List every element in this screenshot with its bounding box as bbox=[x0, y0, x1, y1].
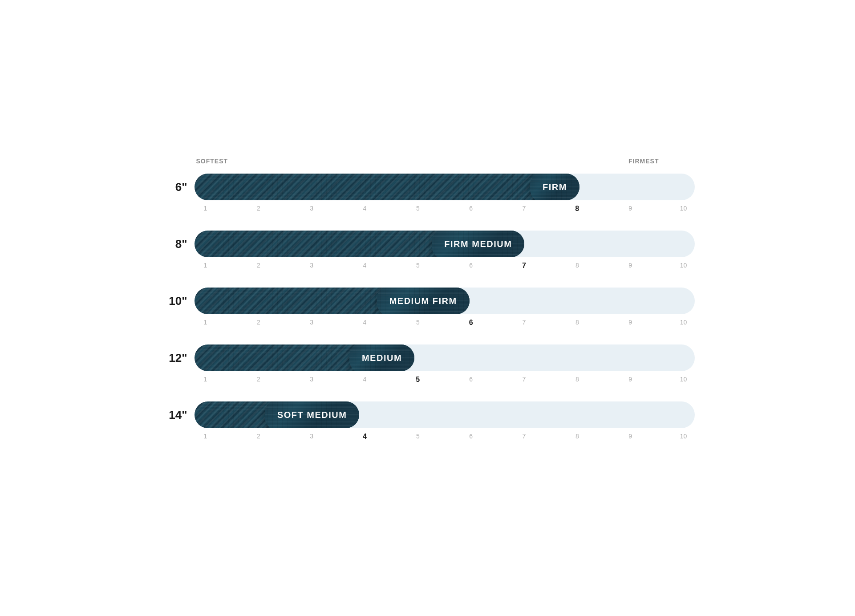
scale-row: 12345678910 bbox=[161, 433, 695, 441]
chart-container: SOFTEST FIRMEST 6"FIRM123456789108"FIRM … bbox=[161, 158, 695, 458]
bar-fill: MEDIUM bbox=[195, 344, 415, 371]
scale-num-4: 4 bbox=[358, 376, 371, 384]
scale-num-3: 3 bbox=[305, 262, 318, 270]
scale-num-6: 6 bbox=[464, 376, 478, 384]
bar-track: SOFT MEDIUM bbox=[195, 401, 695, 428]
scale-num-3: 3 bbox=[305, 376, 318, 384]
bar-fill: MEDIUM FIRM bbox=[195, 288, 470, 314]
scale-num-8: 8 bbox=[571, 376, 584, 384]
mattress-row-12in: 12"MEDIUM12345678910 bbox=[161, 344, 695, 384]
scale-num-9: 9 bbox=[624, 319, 637, 327]
bar-fill: FIRM MEDIUM bbox=[195, 231, 525, 257]
firmness-pill-text: SOFT MEDIUM bbox=[277, 410, 347, 420]
bar-row: 10"MEDIUM FIRM bbox=[161, 288, 695, 314]
bar-row: 14"SOFT MEDIUM bbox=[161, 401, 695, 428]
scale-num-1: 1 bbox=[199, 376, 212, 384]
bar-fill: FIRM bbox=[195, 174, 579, 200]
scale-num-6: 6 bbox=[464, 262, 478, 270]
firmness-pill-text: MEDIUM bbox=[362, 353, 402, 363]
scale-num-4: 4 bbox=[358, 205, 371, 213]
scale-row: 12345678910 bbox=[161, 205, 695, 213]
bar-track: FIRM MEDIUM bbox=[195, 231, 695, 257]
size-label: 12" bbox=[161, 351, 187, 365]
scale-num-10: 10 bbox=[677, 262, 690, 270]
scale-num-5: 5 bbox=[411, 376, 425, 384]
scale-numbers: 12345678910 bbox=[195, 433, 695, 441]
scale-num-5: 5 bbox=[411, 433, 425, 441]
scale-num-8: 8 bbox=[571, 319, 584, 327]
scale-num-7: 7 bbox=[517, 376, 531, 384]
scale-num-5: 5 bbox=[411, 262, 425, 270]
scale-num-2: 2 bbox=[252, 262, 265, 270]
firmness-pill: FIRM bbox=[530, 174, 579, 200]
scale-num-9: 9 bbox=[624, 433, 637, 441]
scale-num-10: 10 bbox=[677, 376, 690, 384]
firmness-pill: MEDIUM bbox=[349, 344, 414, 371]
size-label: 6" bbox=[161, 180, 187, 194]
scale-numbers: 12345678910 bbox=[195, 262, 695, 270]
scale-num-5: 5 bbox=[411, 205, 425, 213]
size-label: 14" bbox=[161, 408, 187, 422]
scale-num-7: 7 bbox=[517, 319, 531, 327]
bar-track: FIRM bbox=[195, 174, 695, 200]
mattress-rows: 6"FIRM123456789108"FIRM MEDIUM1234567891… bbox=[161, 174, 695, 441]
scale-row: 12345678910 bbox=[161, 319, 695, 327]
scale-numbers: 12345678910 bbox=[195, 376, 695, 384]
firmest-label: FIRMEST bbox=[628, 158, 659, 165]
bar-track: MEDIUM bbox=[195, 344, 695, 371]
mattress-row-14in: 14"SOFT MEDIUM12345678910 bbox=[161, 401, 695, 441]
bar-track: MEDIUM FIRM bbox=[195, 288, 695, 314]
mattress-row-6in: 6"FIRM12345678910 bbox=[161, 174, 695, 213]
scale-num-6: 6 bbox=[464, 319, 478, 327]
scale-numbers: 12345678910 bbox=[195, 205, 695, 213]
scale-num-8: 8 bbox=[571, 433, 584, 441]
scale-num-9: 9 bbox=[624, 376, 637, 384]
firmness-pill: FIRM MEDIUM bbox=[432, 231, 524, 257]
scale-num-1: 1 bbox=[199, 319, 212, 327]
scale-num-4: 4 bbox=[358, 433, 371, 441]
scale-num-1: 1 bbox=[199, 433, 212, 441]
scale-numbers: 12345678910 bbox=[195, 319, 695, 327]
header-row: SOFTEST FIRMEST bbox=[161, 158, 695, 165]
firmness-pill-text: FIRM MEDIUM bbox=[444, 239, 512, 249]
scale-num-9: 9 bbox=[624, 262, 637, 270]
scale-num-7: 7 bbox=[517, 433, 531, 441]
mattress-row-8in: 8"FIRM MEDIUM12345678910 bbox=[161, 231, 695, 270]
mattress-row-10in: 10"MEDIUM FIRM12345678910 bbox=[161, 288, 695, 327]
scale-num-5: 5 bbox=[411, 319, 425, 327]
scale-num-6: 6 bbox=[464, 433, 478, 441]
scale-num-6: 6 bbox=[464, 205, 478, 213]
scale-num-1: 1 bbox=[199, 262, 212, 270]
scale-num-7: 7 bbox=[517, 205, 531, 213]
size-label: 8" bbox=[161, 237, 187, 251]
scale-num-8: 8 bbox=[571, 262, 584, 270]
scale-num-2: 2 bbox=[252, 319, 265, 327]
scale-num-2: 2 bbox=[252, 433, 265, 441]
scale-row: 12345678910 bbox=[161, 262, 695, 270]
softest-label: SOFTEST bbox=[196, 158, 228, 165]
scale-num-4: 4 bbox=[358, 319, 371, 327]
scale-num-4: 4 bbox=[358, 262, 371, 270]
bar-fill: SOFT MEDIUM bbox=[195, 401, 360, 428]
scale-row: 12345678910 bbox=[161, 376, 695, 384]
scale-num-3: 3 bbox=[305, 319, 318, 327]
scale-num-7: 7 bbox=[517, 262, 531, 270]
firmness-pill-text: FIRM bbox=[543, 182, 567, 192]
firmness-pill: MEDIUM FIRM bbox=[377, 288, 470, 314]
scale-num-3: 3 bbox=[305, 205, 318, 213]
scale-num-3: 3 bbox=[305, 433, 318, 441]
scale-num-1: 1 bbox=[199, 205, 212, 213]
scale-num-9: 9 bbox=[624, 205, 637, 213]
firmness-pill-text: MEDIUM FIRM bbox=[389, 296, 457, 306]
bar-row: 8"FIRM MEDIUM bbox=[161, 231, 695, 257]
size-label: 10" bbox=[161, 294, 187, 308]
bar-row: 12"MEDIUM bbox=[161, 344, 695, 371]
scale-num-10: 10 bbox=[677, 433, 690, 441]
scale-num-10: 10 bbox=[677, 205, 690, 213]
scale-num-2: 2 bbox=[252, 205, 265, 213]
firmness-pill: SOFT MEDIUM bbox=[265, 401, 360, 428]
scale-num-10: 10 bbox=[677, 319, 690, 327]
scale-num-8: 8 bbox=[571, 205, 584, 213]
scale-num-2: 2 bbox=[252, 376, 265, 384]
bar-row: 6"FIRM bbox=[161, 174, 695, 200]
